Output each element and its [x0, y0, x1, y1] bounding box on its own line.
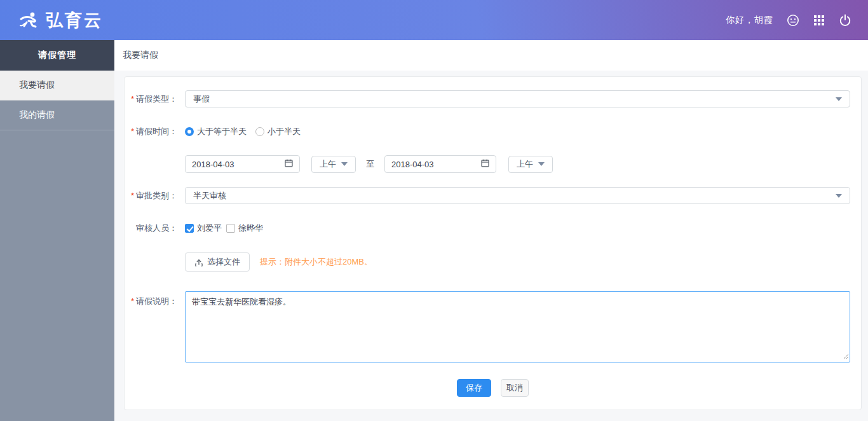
- attachment-row: 选择文件 提示：附件大小不超过20MB。: [125, 252, 861, 272]
- leave-type-select[interactable]: 事假: [185, 90, 850, 107]
- end-date-input[interactable]: 2018-04-03: [384, 155, 496, 173]
- approval-type-select[interactable]: 半天审核: [185, 187, 850, 204]
- attachment-hint: 提示：附件大小不超过20MB。: [260, 256, 372, 268]
- form-actions: 保存 取消: [125, 379, 861, 397]
- upload-icon: [194, 258, 203, 266]
- checkbox-reviewer-liu-aiping[interactable]: 刘爱平: [185, 223, 222, 234]
- app-logo[interactable]: 弘育云: [19, 9, 103, 32]
- cancel-button[interactable]: 取消: [501, 379, 529, 397]
- checkbox-icon: [185, 224, 194, 233]
- approval-type-label: *审批类别：: [125, 190, 177, 202]
- date-range-row: 2018-04-03 上午: [125, 155, 861, 173]
- chevron-down-icon: [341, 162, 348, 166]
- start-period-select[interactable]: 上午: [311, 156, 356, 173]
- sidebar-title: 请假管理: [0, 40, 114, 71]
- checkbox-icon: [226, 224, 235, 233]
- calendar-icon: [481, 159, 489, 169]
- apps-grid-icon[interactable]: [813, 14, 825, 27]
- approval-type-row: *审批类别： 半天审核: [125, 187, 861, 204]
- leave-form-card: *请假类型： 事假 *请假时间： 大于等于半天: [124, 76, 862, 410]
- description-textarea[interactable]: 带宝宝去新华医院看湿疹。: [185, 291, 850, 362]
- reviewers-label: 审核人员：: [125, 223, 177, 234]
- checkbox-reviewer-xu-yehua[interactable]: 徐晔华: [226, 223, 263, 234]
- date-separator: 至: [366, 158, 374, 170]
- runner-logo-icon: [19, 11, 41, 30]
- app-title: 弘育云: [46, 9, 103, 32]
- chevron-down-icon: [538, 162, 545, 166]
- required-asterisk: *: [131, 191, 134, 200]
- radio-icon: [255, 127, 264, 136]
- start-date-input[interactable]: 2018-04-03: [185, 155, 300, 173]
- leave-type-value: 事假: [193, 93, 210, 105]
- user-greeting: 你好，胡霞: [726, 15, 773, 26]
- breadcrumb: 我要请假: [114, 40, 868, 71]
- choose-file-button[interactable]: 选择文件: [185, 252, 250, 272]
- sidebar-item-my-leave[interactable]: 我的请假: [0, 100, 114, 130]
- sidebar-item-apply-leave[interactable]: 我要请假: [0, 71, 114, 100]
- reviewers-row: 审核人员： 刘爱平 徐晔华: [125, 223, 861, 233]
- leave-type-row: *请假类型： 事假: [125, 90, 861, 107]
- sidebar: 请假管理 我要请假 我的请假: [0, 40, 114, 421]
- leave-type-label: *请假类型：: [125, 93, 177, 105]
- required-asterisk: *: [131, 296, 134, 306]
- leave-time-label: *请假时间：: [125, 126, 177, 137]
- chevron-down-icon: [836, 194, 842, 198]
- calendar-icon: [285, 159, 293, 169]
- radio-gte-half-day[interactable]: 大于等于半天: [185, 126, 247, 137]
- description-row: *请假说明： 带宝宝去新华医院看湿疹。: [125, 291, 861, 362]
- smiley-icon[interactable]: [787, 14, 799, 27]
- power-logout-icon[interactable]: [839, 14, 851, 27]
- radio-lt-half-day[interactable]: 小于半天: [255, 126, 301, 137]
- description-label: *请假说明：: [125, 296, 177, 307]
- resize-handle-icon[interactable]: [843, 352, 849, 361]
- required-asterisk: *: [131, 127, 134, 136]
- required-asterisk: *: [131, 94, 134, 104]
- end-period-select[interactable]: 上午: [508, 156, 553, 173]
- leave-time-row: *请假时间： 大于等于半天 小于半天: [125, 127, 861, 137]
- chevron-down-icon: [836, 97, 842, 101]
- top-header: 弘育云 你好，胡霞: [0, 0, 868, 40]
- radio-icon: [185, 127, 194, 136]
- save-button[interactable]: 保存: [457, 379, 491, 397]
- approval-type-value: 半天审核: [193, 190, 226, 202]
